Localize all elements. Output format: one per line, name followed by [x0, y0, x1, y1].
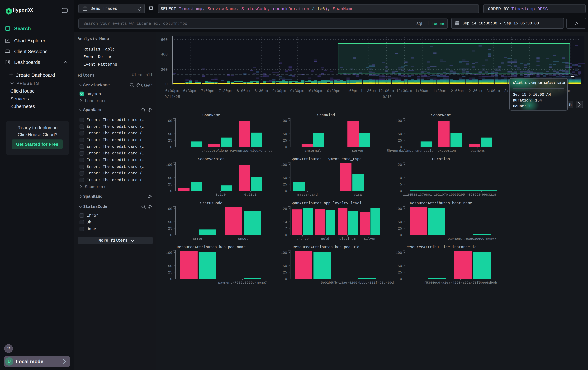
svg-text:0: 0	[170, 233, 172, 237]
svg-text:1124538: 1124538	[403, 193, 417, 197]
svg-text:200: 200	[161, 68, 168, 72]
svg-text:SpanName: SpanName	[202, 113, 220, 117]
svg-text:2:00am: 2:00am	[451, 89, 464, 93]
svg-text:100: 100	[396, 251, 402, 255]
svg-text:25: 25	[168, 227, 172, 231]
svg-text:grpc.oteldemo.PaymentService/C: grpc.oteldemo.PaymentService/Charge	[201, 149, 273, 153]
svg-text:50: 50	[283, 264, 287, 268]
svg-text:0: 0	[170, 145, 172, 149]
svg-text:50: 50	[283, 132, 287, 136]
svg-text:11:00pm: 11:00pm	[343, 89, 358, 93]
svg-text:ScopeName: ScopeName	[431, 113, 451, 117]
svg-text:4090920: 4090920	[466, 193, 481, 197]
svg-text:28: 28	[283, 207, 287, 211]
svg-text:100: 100	[281, 119, 287, 123]
svg-text:ResourceAttributes.host.name: ResourceAttributes.host.name	[410, 201, 472, 205]
svg-text:9983218: 9983218	[482, 193, 496, 197]
svg-text:12:00am: 12:00am	[378, 89, 394, 93]
svg-text:25: 25	[168, 139, 172, 143]
svg-text:0: 0	[170, 277, 172, 281]
svg-text:1:30am: 1:30am	[433, 89, 446, 93]
svg-text:3:00am: 3:00am	[487, 89, 500, 93]
svg-text:0: 0	[400, 189, 402, 193]
svg-text:silver: silver	[364, 237, 376, 241]
svg-text:0: 0	[285, 189, 287, 193]
svg-text:ScopeVersion: ScopeVersion	[198, 157, 225, 161]
svg-text:Duration: Duration	[432, 157, 450, 161]
svg-text:19935295: 19935295	[449, 193, 465, 197]
svg-text:25: 25	[283, 270, 287, 275]
svg-text:25: 25	[398, 139, 402, 143]
svg-text:0: 0	[400, 145, 402, 149]
svg-text:10: 10	[398, 176, 402, 180]
svg-text:0: 0	[285, 145, 287, 149]
svg-text:2:30am: 2:30am	[469, 89, 482, 93]
svg-text:25: 25	[168, 183, 172, 187]
svg-text:50: 50	[168, 264, 172, 268]
svg-text:100: 100	[396, 119, 402, 123]
svg-text:600: 600	[161, 38, 168, 42]
svg-text:6:00pm: 6:00pm	[165, 89, 179, 93]
svg-text:9:00pm: 9:00pm	[273, 89, 286, 93]
svg-text:8:00pm: 8:00pm	[237, 89, 250, 93]
svg-text:f5344ec9-a1ea-4290-a62a-78f5be: f5344ec9-a1ea-4290-a62a-78f5bee8d90b	[424, 281, 497, 285]
svg-text:1376801: 1376801	[418, 193, 432, 197]
svg-text:11:30pm: 11:30pm	[360, 89, 376, 93]
svg-text:50: 50	[168, 220, 172, 224]
svg-text:payment-7985c8969c-mwmw7: payment-7985c8969c-mwmw7	[448, 237, 496, 241]
svg-text:25: 25	[398, 270, 402, 275]
svg-text:100: 100	[166, 119, 172, 123]
svg-text:7: 7	[285, 227, 287, 231]
svg-text:visa: visa	[354, 193, 362, 197]
svg-text:50: 50	[283, 176, 287, 180]
svg-text:100: 100	[281, 251, 287, 255]
svg-text:9/14/25: 9/14/25	[165, 95, 180, 99]
svg-text:50: 50	[398, 220, 402, 224]
svg-text:SpanAttributes...yment.card_ty: SpanAttributes...yment.card_type	[290, 157, 362, 161]
svg-text:platinum: platinum	[339, 237, 356, 241]
svg-text:100: 100	[166, 163, 172, 167]
svg-text:ResourceAttribu..ice.instance.: ResourceAttribu..ice.instance.id	[405, 245, 477, 249]
svg-text:0: 0	[165, 82, 168, 86]
svg-text:ResourceAttributes.k8s.pod.uid: ResourceAttributes.k8s.pod.uid	[293, 245, 359, 249]
svg-text:ResourceAttributes.k8s.pod.nam: ResourceAttributes.k8s.pod.name	[177, 245, 246, 249]
svg-text:bronze: bronze	[297, 237, 309, 241]
svg-text:7:00pm: 7:00pm	[201, 89, 214, 93]
svg-text:1:00am: 1:00am	[415, 89, 429, 93]
svg-text:6:30pm: 6:30pm	[183, 89, 196, 93]
svg-text:0.1.0: 0.1.0	[215, 193, 226, 197]
svg-text:100: 100	[281, 163, 287, 167]
svg-text:50: 50	[398, 132, 402, 136]
svg-text:Server: Server	[352, 149, 364, 153]
svg-text:100: 100	[166, 207, 172, 211]
svg-text:0: 0	[400, 233, 402, 237]
svg-text:100: 100	[166, 251, 172, 255]
svg-text:0: 0	[285, 233, 287, 237]
svg-text:9/15: 9/15	[383, 95, 392, 99]
svg-text:10:00pm: 10:00pm	[307, 89, 323, 93]
svg-text:Internal: Internal	[305, 149, 321, 153]
svg-text:mastercard: mastercard	[297, 193, 318, 197]
svg-text:Error: Error	[193, 237, 203, 241]
svg-text:payment: payment	[471, 149, 485, 153]
svg-text:0: 0	[400, 277, 402, 281]
svg-text:0: 0	[285, 277, 287, 281]
svg-text:50: 50	[168, 176, 172, 180]
svg-text:14: 14	[283, 220, 287, 224]
svg-text:0.51.1: 0.51.1	[244, 193, 256, 197]
svg-text:payment-7985c8969c-mwmw7: payment-7985c8969c-mwmw7	[218, 281, 267, 285]
svg-text:Unset: Unset	[238, 237, 248, 241]
svg-text:25: 25	[398, 227, 402, 231]
svg-text:10:30pm: 10:30pm	[325, 89, 340, 93]
svg-text:12:30am: 12:30am	[396, 89, 412, 93]
svg-text:50: 50	[168, 132, 172, 136]
svg-text:100: 100	[396, 207, 402, 211]
svg-text:50: 50	[398, 264, 402, 268]
svg-text:20: 20	[398, 163, 402, 167]
svg-text:25: 25	[283, 183, 287, 187]
svg-text:25: 25	[283, 139, 287, 143]
svg-text:gold: gold	[321, 237, 329, 241]
svg-text:1621070: 1621070	[434, 193, 448, 197]
svg-text:0: 0	[170, 189, 172, 193]
svg-text:25: 25	[168, 270, 172, 275]
